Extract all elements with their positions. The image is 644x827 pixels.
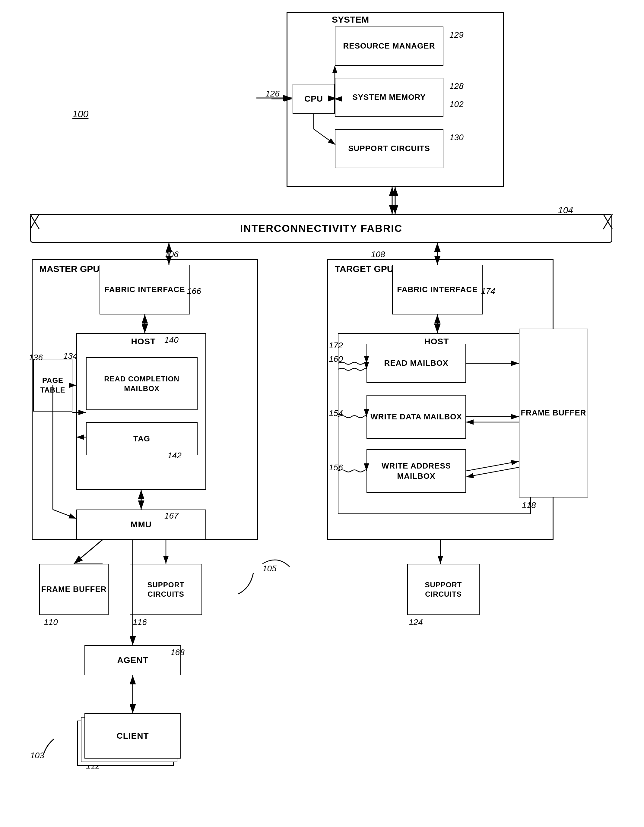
ref-116: 116 bbox=[133, 618, 147, 627]
ref-168: 168 bbox=[170, 648, 184, 657]
system-memory-box: SYSTEM MEMORY bbox=[335, 78, 443, 117]
host-left-box: HOST bbox=[76, 333, 206, 490]
ref-104: 104 bbox=[558, 205, 573, 215]
ref-167: 167 bbox=[164, 511, 178, 521]
cpu-box: CPU bbox=[292, 84, 335, 114]
ref-128: 128 bbox=[449, 81, 464, 91]
ref-126: 126 bbox=[266, 89, 280, 98]
ref-156: 156 bbox=[329, 463, 343, 473]
frame-buffer-left-box: FRAME BUFFER bbox=[39, 564, 109, 615]
ref-108: 108 bbox=[371, 250, 385, 259]
ref-166: 166 bbox=[187, 286, 201, 296]
read-completion-mailbox-box: READ COMPLETION MAILBOX bbox=[86, 357, 198, 410]
ref-100: 100 bbox=[72, 109, 88, 120]
target-gpu-label: TARGET GPU bbox=[335, 264, 393, 274]
ref-129: 129 bbox=[449, 30, 464, 40]
ref-174: 174 bbox=[481, 286, 495, 296]
support-circuits-left-box: SUPPORT CIRCUITS bbox=[130, 564, 202, 615]
resource-manager-box: RESOURCE MANAGER bbox=[335, 27, 443, 66]
frame-buffer-right-box: FRAME BUFFER bbox=[519, 329, 588, 498]
write-address-mailbox-box: WRITE ADDRESS MAILBOX bbox=[366, 449, 466, 493]
ref-154: 154 bbox=[329, 409, 343, 418]
ref-102: 102 bbox=[449, 100, 464, 109]
support-circuits-right-box: SUPPORT CIRCUITS bbox=[407, 564, 480, 615]
ref-160: 160 bbox=[329, 354, 343, 364]
tag-box: TAG bbox=[86, 422, 198, 455]
client-box-front: CLIENT bbox=[84, 713, 181, 758]
svg-line-25 bbox=[74, 540, 103, 564]
ref-105: 105 bbox=[263, 564, 277, 573]
fabric-bar: INTERCONNECTIVITY FABRIC bbox=[30, 214, 612, 243]
master-gpu-label: MASTER GPU bbox=[39, 264, 100, 274]
ref-142: 142 bbox=[167, 451, 181, 460]
page-table-box: PAGE TABLE bbox=[33, 359, 72, 412]
fabric-interface-left-box: FABRIC INTERFACE bbox=[100, 265, 190, 314]
svg-line-22 bbox=[74, 540, 103, 564]
ref-140: 140 bbox=[164, 335, 178, 345]
ref-124: 124 bbox=[409, 618, 423, 627]
write-data-mailbox-box: WRITE DATA MAILBOX bbox=[366, 395, 466, 438]
agent-box: AGENT bbox=[84, 645, 181, 676]
ref-110: 110 bbox=[44, 618, 58, 627]
ref-106: 106 bbox=[164, 250, 178, 259]
ref-118: 118 bbox=[522, 501, 536, 510]
ref-136: 136 bbox=[29, 353, 43, 362]
mmu-box: MMU bbox=[76, 510, 206, 540]
ref-172: 172 bbox=[329, 341, 343, 350]
fabric-interface-right-box: FABRIC INTERFACE bbox=[392, 265, 483, 314]
system-label: SYSTEM bbox=[332, 14, 369, 25]
ref-130: 130 bbox=[449, 133, 464, 142]
ref-103: 103 bbox=[30, 751, 44, 760]
read-mailbox-box: READ MAILBOX bbox=[366, 344, 466, 383]
support-circuits-top-box: SUPPORT CIRCUITS bbox=[335, 129, 443, 168]
